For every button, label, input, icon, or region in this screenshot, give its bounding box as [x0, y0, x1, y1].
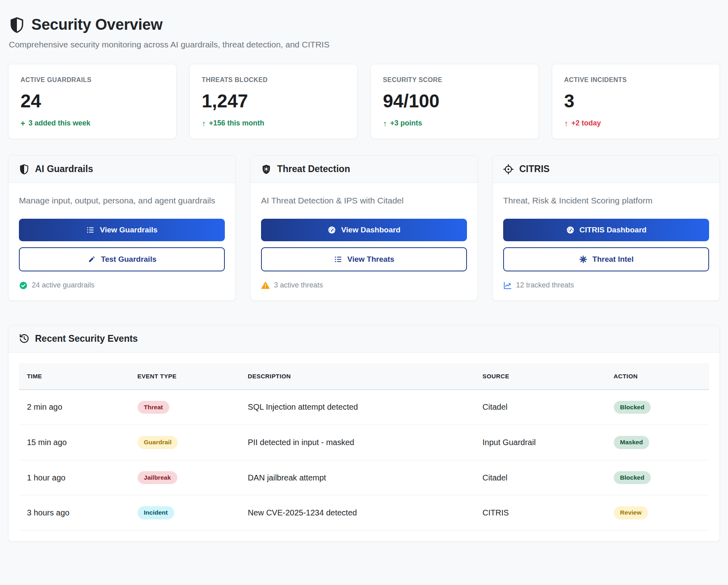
stat-value: 3	[564, 90, 708, 112]
events-card-header: Recent Security Events	[8, 325, 720, 353]
column-header-event-type: Event Type	[130, 363, 240, 390]
stat-value: 1,247	[202, 90, 345, 112]
card-description: AI Threat Detection & IPS with Citadel	[261, 194, 467, 207]
shield-halved-icon	[9, 17, 25, 33]
event-source: CITRIS	[475, 495, 606, 531]
card-threat-detection-header: Threat Detection	[251, 156, 477, 183]
button-label: CITRIS Dashboard	[580, 226, 647, 234]
stat-label: THREATS BLOCKED	[202, 76, 345, 84]
events-card-title: Recent Security Events	[35, 333, 138, 344]
card-citris-header: CITRIS	[493, 156, 720, 183]
card-citris-body: Threat, Risk & Incident Scoring platform…	[493, 183, 720, 300]
stat-card-active-guardrails: ACTIVE GUARDRAILS 24 + 3 added this week	[8, 64, 177, 139]
action-badge: Blocked	[614, 471, 651, 484]
stat-label: ACTIVE GUARDRAILS	[21, 76, 164, 84]
card-threat-detection: Threat Detection AI Threat Detection & I…	[250, 155, 478, 301]
event-action-cell: Masked	[606, 425, 709, 460]
stat-value: 94/100	[383, 90, 526, 112]
stat-card-threats-blocked: THREATS BLOCKED 1,247 ↑ +156 this month	[189, 64, 358, 139]
event-time: 3 hours ago	[19, 495, 130, 531]
column-header-source: Source	[475, 363, 606, 390]
table-row: 3 hours ago Incident New CVE-2025-1234 d…	[19, 495, 709, 531]
stat-delta: ↑ +156 this month	[202, 119, 345, 127]
button-label: Threat Intel	[592, 255, 633, 264]
vial-icon	[87, 255, 96, 264]
event-type-badge: Guardrail	[138, 436, 178, 449]
warning-triangle-icon	[261, 281, 270, 290]
event-type-cell: Guardrail	[130, 425, 240, 460]
arrow-up-icon: ↑	[564, 119, 568, 127]
stat-delta: ↑ +3 points	[383, 119, 526, 127]
view-dashboard-button[interactable]: View Dashboard	[261, 219, 467, 241]
card-title: CITRIS	[519, 164, 549, 174]
table-row: 1 hour ago Jailbreak DAN jailbreak attem…	[19, 460, 709, 495]
plus-icon: +	[21, 119, 25, 127]
event-source: Citadel	[475, 460, 606, 495]
event-type-badge: Jailbreak	[138, 471, 177, 484]
card-citris: CITRIS Threat, Risk & Incident Scoring p…	[492, 155, 720, 301]
footer-text: 3 active threats	[274, 281, 323, 289]
event-description: PII detected in input - masked	[240, 425, 474, 460]
stat-delta-text: +2 today	[572, 119, 601, 127]
event-time: 1 hour ago	[19, 460, 130, 495]
stat-delta-text: +156 this month	[209, 119, 265, 127]
card-description: Manage input, output, persona, and agent…	[19, 194, 225, 207]
table-row: 15 min ago Guardrail PII detected in inp…	[19, 425, 709, 460]
button-label: Test Guardrails	[101, 255, 156, 264]
stat-card-security-score: SECURITY SCORE 94/100 ↑ +3 points	[370, 64, 539, 139]
event-action-cell: Blocked	[606, 390, 709, 425]
event-type-badge: Incident	[138, 506, 174, 519]
button-label: View Dashboard	[341, 226, 400, 234]
stat-delta: + 3 added this week	[21, 119, 164, 127]
action-badge: Blocked	[614, 401, 651, 414]
events-table-head: Time Event Type Description Source Actio…	[19, 363, 709, 390]
arrow-up-icon: ↑	[202, 119, 206, 127]
card-ai-guardrails-body: Manage input, output, persona, and agent…	[8, 183, 235, 300]
stats-row: ACTIVE GUARDRAILS 24 + 3 added this week…	[8, 64, 720, 139]
event-description: DAN jailbreak attempt	[240, 460, 474, 495]
events-header-row: Time Event Type Description Source Actio…	[19, 363, 709, 390]
event-time: 15 min ago	[19, 425, 130, 460]
card-ai-guardrails: AI Guardrails Manage input, output, pers…	[8, 155, 236, 301]
view-threats-button[interactable]: View Threats	[261, 247, 467, 271]
history-icon	[19, 333, 29, 344]
page-title: Security Overview	[31, 16, 162, 33]
threat-intel-button[interactable]: Threat Intel	[503, 247, 709, 271]
card-title: AI Guardrails	[35, 164, 93, 174]
virus-icon	[579, 255, 588, 264]
recent-security-events-card: Recent Security Events Time Event Type D…	[8, 325, 720, 542]
button-label: View Guardrails	[100, 226, 157, 234]
event-type-cell: Threat	[130, 390, 240, 425]
view-guardrails-button[interactable]: View Guardrails	[19, 219, 225, 241]
event-time: 2 min ago	[19, 390, 130, 425]
event-type-badge: Threat	[138, 401, 169, 414]
test-guardrails-button[interactable]: Test Guardrails	[19, 247, 225, 271]
gauge-icon	[566, 226, 575, 234]
page-subtitle: Comprehensive security monitoring across…	[9, 40, 720, 49]
event-type-cell: Jailbreak	[130, 460, 240, 495]
stat-card-active-incidents: ACTIVE INCIDENTS 3 ↑ +2 today	[552, 64, 720, 139]
button-label: View Threats	[348, 255, 395, 264]
column-header-time: Time	[19, 363, 130, 390]
check-circle-icon	[19, 281, 28, 290]
events-table: Time Event Type Description Source Actio…	[19, 363, 709, 531]
card-title: Threat Detection	[277, 164, 350, 174]
stat-value: 24	[21, 90, 164, 112]
chart-line-icon	[503, 281, 512, 290]
event-source: Input Guardrail	[475, 425, 606, 460]
column-header-action: Action	[606, 363, 709, 390]
citris-dashboard-button[interactable]: CITRIS Dashboard	[503, 219, 709, 241]
event-description: New CVE-2025-1234 detected	[240, 495, 474, 531]
table-row: 2 min ago Threat SQL Injection attempt d…	[19, 390, 709, 425]
column-header-description: Description	[240, 363, 474, 390]
arrow-up-icon: ↑	[383, 119, 387, 127]
event-action-cell: Blocked	[606, 460, 709, 495]
action-badge: Masked	[614, 436, 650, 449]
list-icon	[86, 226, 95, 234]
stat-delta-text: 3 added this week	[29, 119, 90, 127]
card-description: Threat, Risk & Incident Scoring platform	[503, 194, 709, 207]
page-title-row: Security Overview	[9, 16, 720, 33]
event-type-cell: Incident	[130, 495, 240, 531]
list-icon	[334, 255, 343, 264]
shield-halved-icon	[19, 164, 29, 174]
